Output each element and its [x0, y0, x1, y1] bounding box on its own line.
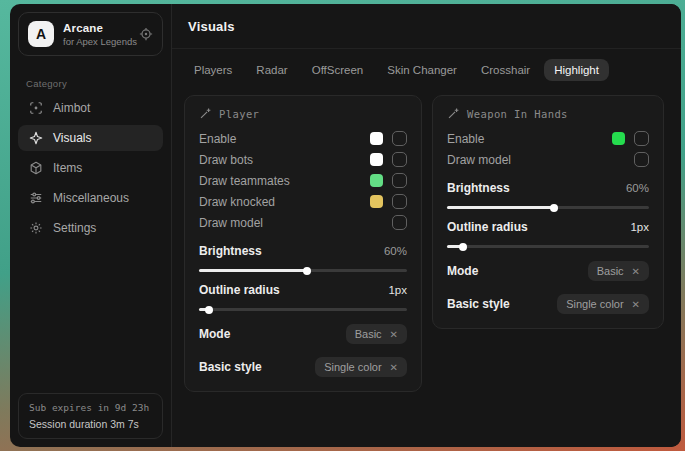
crosshair-scope-icon [28, 101, 43, 115]
toggle-row-enable: Enable [199, 128, 407, 149]
tag-value: Basic [597, 265, 624, 277]
remove-icon[interactable]: ✕ [632, 266, 640, 277]
checkbox[interactable] [392, 152, 407, 167]
toggle-row-draw-model: Draw model [447, 149, 649, 170]
sidebar-item-label: Miscellaneous [53, 191, 129, 205]
slider-fill [447, 206, 554, 209]
toggle-label: Draw model [199, 216, 392, 230]
tab-crosshair[interactable]: Crosshair [471, 59, 540, 81]
sidebar-item-aimbot[interactable]: Aimbot [18, 95, 163, 121]
tag-value: Single color [566, 298, 623, 310]
slider-fill [199, 308, 209, 311]
tab-radar[interactable]: Radar [246, 59, 297, 81]
sidebar-item-miscellaneous[interactable]: Miscellaneous [18, 185, 163, 211]
main-header: Visuals [172, 4, 681, 49]
slider-fill [447, 245, 463, 248]
select-row-basic-style: Basic style Single color ✕ [447, 294, 649, 314]
slider-thumb[interactable] [205, 306, 213, 314]
tab-offscreen[interactable]: OffScreen [302, 59, 374, 81]
toggle-label: Draw model [447, 153, 634, 167]
slider-thumb[interactable] [303, 267, 311, 275]
wand-icon [447, 107, 460, 120]
slider-thumb[interactable] [459, 243, 467, 251]
panel-title: Player [219, 108, 259, 120]
basic-style-tag[interactable]: Single color ✕ [557, 294, 649, 314]
weapon-panel-header: Weapon In Hands [447, 107, 649, 120]
remove-icon[interactable]: ✕ [390, 329, 398, 340]
tab-players[interactable]: Players [184, 59, 242, 81]
slider-fill [199, 269, 307, 272]
outline-radius-slider[interactable] [447, 245, 649, 248]
slider-label: Brightness [199, 244, 384, 258]
tag-value: Single color [324, 361, 381, 373]
sub-expiry-text: Sub expires in 9d 23h [29, 402, 152, 413]
checkbox[interactable] [634, 152, 649, 167]
sidebar-item-items[interactable]: Items [18, 155, 163, 181]
panels-container: Player Enable Draw bots Draw teammates [172, 81, 681, 406]
app-window: A Arcane for Apex Legends Category [10, 4, 681, 447]
slider-header-brightness: Brightness 60% [447, 181, 649, 195]
sidebar-item-settings[interactable]: Settings [18, 215, 163, 241]
player-panel-header: Player [199, 107, 407, 120]
toggle-row-draw-knocked: Draw knocked [199, 191, 407, 212]
select-label: Basic style [447, 297, 557, 311]
tab-highlight[interactable]: Highlight [544, 59, 609, 81]
select-label: Basic style [199, 360, 315, 374]
sliders-icon [28, 191, 43, 205]
sidebar-item-label: Items [53, 161, 82, 175]
toggle-label: Enable [447, 132, 612, 146]
toggle-label: Draw bots [199, 153, 370, 167]
slider-label: Outline radius [447, 220, 630, 234]
color-swatch[interactable] [612, 132, 625, 145]
toggle-row-enable: Enable [447, 128, 649, 149]
select-row-mode: Mode Basic ✕ [199, 324, 407, 344]
color-swatch[interactable] [370, 195, 383, 208]
brand-subtitle: for Apex Legends [63, 36, 130, 47]
panel-title: Weapon In Hands [467, 108, 568, 120]
sidebar-item-label: Visuals [53, 131, 91, 145]
main-area: Visuals Players Radar OffScreen Skin Cha… [172, 4, 681, 447]
brightness-slider[interactable] [199, 269, 407, 272]
cube-icon [28, 161, 43, 175]
outline-radius-slider[interactable] [199, 308, 407, 311]
slider-header-brightness: Brightness 60% [199, 244, 407, 258]
checkbox[interactable] [392, 173, 407, 188]
session-duration-text: Session duration 3m 7s [29, 418, 152, 430]
tab-skin-changer[interactable]: Skin Changer [377, 59, 467, 81]
wand-icon [199, 107, 212, 120]
backdrop: { "colors": { "backdrop_top": "#56b89e",… [0, 0, 685, 451]
slider-header-outline-radius: Outline radius 1px [447, 220, 649, 234]
slider-thumb[interactable] [550, 204, 558, 212]
gear-icon [28, 221, 43, 235]
target-icon[interactable] [139, 27, 153, 41]
checkbox[interactable] [634, 131, 649, 146]
brand-logo: A [28, 21, 54, 47]
weapon-in-hands-panel: Weapon In Hands Enable Draw model Bright… [432, 95, 664, 329]
toggle-row-draw-bots: Draw bots [199, 149, 407, 170]
color-swatch[interactable] [370, 132, 383, 145]
sidebar-item-label: Aimbot [53, 101, 90, 115]
sidebar-item-visuals[interactable]: Visuals [18, 125, 163, 151]
mode-tag[interactable]: Basic ✕ [346, 324, 407, 344]
remove-icon[interactable]: ✕ [632, 299, 640, 310]
basic-style-tag[interactable]: Single color ✕ [315, 357, 407, 377]
brightness-slider[interactable] [447, 206, 649, 209]
checkbox[interactable] [392, 131, 407, 146]
checkbox[interactable] [392, 215, 407, 230]
remove-icon[interactable]: ✕ [390, 362, 398, 373]
color-swatch[interactable] [370, 153, 383, 166]
slider-value: 60% [384, 245, 407, 257]
checkbox[interactable] [392, 194, 407, 209]
select-row-basic-style: Basic style Single color ✕ [199, 357, 407, 377]
brand-text: Arcane for Apex Legends [63, 22, 130, 47]
toggle-label: Draw knocked [199, 195, 370, 209]
brand-title: Arcane [63, 22, 130, 34]
color-swatch[interactable] [370, 174, 383, 187]
slider-value: 1px [388, 284, 407, 296]
tag-value: Basic [355, 328, 382, 340]
category-label: Category [26, 78, 171, 89]
slider-value: 1px [630, 221, 649, 233]
sidebar-item-label: Settings [53, 221, 96, 235]
sidebar: A Arcane for Apex Legends Category [10, 4, 172, 447]
mode-tag[interactable]: Basic ✕ [588, 261, 649, 281]
